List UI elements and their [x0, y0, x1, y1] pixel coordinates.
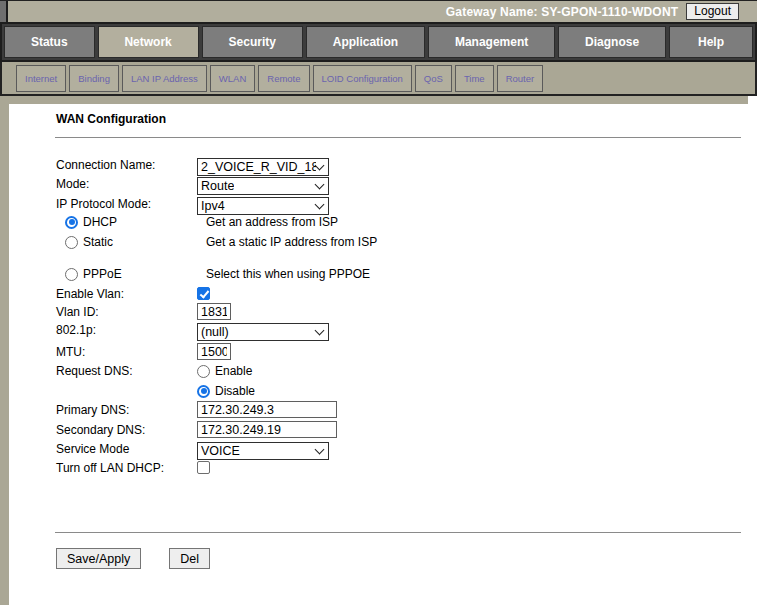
- row-secondary-dns: Secondary DNS:: [56, 421, 337, 438]
- pppoe-option: PPPoE: [56, 267, 206, 281]
- ip-protocol-mode-label: IP Protocol Mode:: [56, 197, 197, 211]
- row-8021p: 802.1p: (null): [56, 323, 329, 341]
- top-bar-left-edge: [0, 1, 8, 23]
- static-option: Static: [56, 235, 206, 249]
- chevron-down-icon: [315, 200, 325, 210]
- chevron-down-icon: [315, 326, 325, 336]
- enable-vlan-label: Enable Vlan:: [56, 287, 197, 301]
- row-connection-name: Connection Name: 2_VOICE_R_VID_18: [56, 158, 329, 176]
- tab-application[interactable]: Application: [306, 26, 425, 58]
- page-left-strip: [0, 96, 9, 605]
- tab-diagnose[interactable]: Diagnose: [558, 26, 666, 58]
- tab-status[interactable]: Status: [4, 26, 95, 58]
- logout-button[interactable]: Logout: [686, 3, 739, 20]
- divider-top: [55, 137, 741, 138]
- primary-dns-label: Primary DNS:: [56, 403, 197, 417]
- header-under-strip: [0, 96, 748, 104]
- static-desc: Get a static IP address from ISP: [206, 234, 377, 250]
- 8021p-select[interactable]: (null): [197, 323, 329, 341]
- mtu-input[interactable]: [197, 343, 231, 360]
- request-dns-disable-label: Disable: [215, 384, 255, 398]
- main-nav: Status Network Security Application Mana…: [0, 22, 757, 62]
- ip-protocol-mode-value: Ipv4: [201, 199, 225, 213]
- top-bar: Gateway Name: SY-GPON-1110-WDONT Logout: [0, 0, 757, 22]
- 8021p-label: 802.1p:: [56, 323, 197, 337]
- row-mtu: MTU:: [56, 343, 231, 360]
- request-dns-enable-label: Enable: [215, 364, 252, 378]
- subnav-wlan[interactable]: WLAN: [210, 65, 255, 92]
- 8021p-value: (null): [201, 325, 229, 339]
- sub-nav: Internet Binding LAN IP Address WLAN Rem…: [0, 62, 757, 96]
- subnav-router[interactable]: Router: [497, 65, 544, 92]
- action-buttons: Save/Apply Del: [56, 548, 210, 569]
- turn-off-lan-dhcp-label: Turn off LAN DHCP:: [56, 461, 197, 475]
- vlan-id-label: Vlan ID:: [56, 305, 197, 319]
- tab-help[interactable]: Help: [669, 26, 753, 58]
- chevron-down-icon: [315, 445, 325, 455]
- turn-off-lan-dhcp-checkbox[interactable]: [197, 461, 210, 474]
- ip-protocol-mode-select[interactable]: Ipv4: [197, 197, 329, 215]
- dhcp-desc: Get an address from ISP: [206, 215, 338, 229]
- subnav-loid-configuration[interactable]: LOID Configuration: [313, 65, 412, 92]
- del-button[interactable]: Del: [169, 548, 210, 569]
- chevron-down-icon: [315, 180, 325, 190]
- subnav-binding[interactable]: Binding: [69, 65, 119, 92]
- mode-value: Route: [201, 179, 234, 193]
- page-title: WAN Configuration: [56, 112, 166, 126]
- subnav-time[interactable]: Time: [455, 65, 494, 92]
- dhcp-radio[interactable]: [65, 216, 78, 229]
- tab-management[interactable]: Management: [428, 26, 555, 58]
- save-apply-button[interactable]: Save/Apply: [56, 548, 141, 569]
- pppoe-radio[interactable]: [65, 268, 78, 281]
- subnav-remote[interactable]: Remote: [258, 65, 309, 92]
- request-dns-disable-option: Disable: [197, 384, 255, 398]
- secondary-dns-input[interactable]: [197, 421, 337, 438]
- primary-dns-input[interactable]: [197, 401, 337, 418]
- mode-label: Mode:: [56, 177, 197, 191]
- row-enable-vlan: Enable Vlan:: [56, 287, 210, 301]
- dhcp-label: DHCP: [83, 215, 117, 229]
- request-dns-enable-option: Enable: [197, 364, 255, 378]
- subnav-qos[interactable]: QoS: [415, 65, 452, 92]
- connection-name-label: Connection Name:: [56, 158, 197, 172]
- subnav-internet[interactable]: Internet: [16, 65, 66, 92]
- mtu-label: MTU:: [56, 345, 197, 359]
- row-service-mode: Service Mode VOICE: [56, 442, 329, 460]
- gateway-name-label: Gateway Name: SY-GPON-1110-WDONT: [446, 5, 678, 19]
- row-vlan-id: Vlan ID:: [56, 303, 231, 320]
- pppoe-label: PPPoE: [83, 267, 122, 281]
- connection-name-value: 2_VOICE_R_VID_18: [201, 160, 316, 174]
- request-dns-enable-radio[interactable]: [197, 365, 210, 378]
- row-pppoe: PPPoE Select this when using PPPOE: [56, 267, 370, 281]
- tab-security[interactable]: Security: [202, 26, 303, 58]
- service-mode-value: VOICE: [201, 444, 240, 458]
- row-ip-protocol-mode: IP Protocol Mode: Ipv4: [56, 197, 329, 215]
- vlan-id-input[interactable]: [197, 303, 231, 320]
- static-radio[interactable]: [65, 236, 78, 249]
- request-dns-disable-radio[interactable]: [197, 385, 210, 398]
- row-static: Static Get a static IP address from ISP: [56, 234, 377, 250]
- request-dns-label: Request DNS:: [56, 364, 197, 378]
- secondary-dns-label: Secondary DNS:: [56, 423, 197, 437]
- dhcp-option: DHCP: [56, 215, 206, 229]
- row-mode: Mode: Route: [56, 177, 329, 195]
- pppoe-desc: Select this when using PPPOE: [206, 267, 370, 281]
- static-label: Static: [83, 235, 113, 249]
- tab-network[interactable]: Network: [98, 26, 199, 58]
- request-dns-options: Enable Disable: [197, 364, 255, 398]
- service-mode-select[interactable]: VOICE: [197, 442, 329, 460]
- subnav-lan-ip-address[interactable]: LAN IP Address: [122, 65, 207, 92]
- chevron-down-icon: [315, 161, 325, 171]
- row-dhcp: DHCP Get an address from ISP: [56, 215, 338, 229]
- enable-vlan-checkbox[interactable]: [197, 287, 210, 300]
- divider-bottom: [55, 532, 741, 533]
- mode-select[interactable]: Route: [197, 177, 329, 195]
- row-primary-dns: Primary DNS:: [56, 401, 337, 418]
- row-request-dns: Request DNS: Enable Disable: [56, 364, 255, 398]
- service-mode-label: Service Mode: [56, 442, 197, 456]
- wan-configuration-panel: WAN Configuration Connection Name: 2_VOI…: [9, 104, 765, 605]
- connection-name-select[interactable]: 2_VOICE_R_VID_18: [197, 158, 329, 176]
- row-turn-off-lan-dhcp: Turn off LAN DHCP:: [56, 461, 210, 475]
